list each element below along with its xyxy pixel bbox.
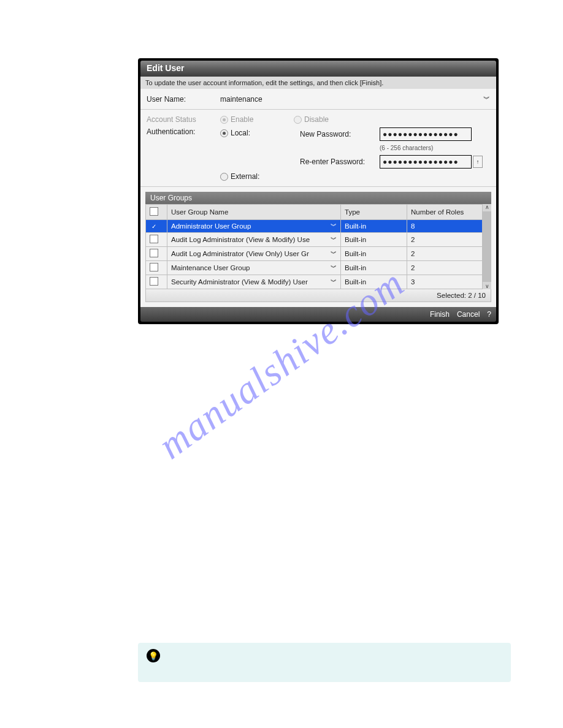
tip-callout: 💡 [138, 643, 511, 682]
row-roles: 8 [407, 220, 483, 233]
local-label: Local: [231, 129, 250, 137]
help-button[interactable]: ? [487, 310, 491, 319]
row-name: Audit Log Administrator (View & Modify) … [171, 236, 328, 243]
dialog-footer: Finish Cancel ? [140, 307, 496, 322]
edit-user-dialog: Edit User To update the user account inf… [138, 58, 499, 324]
disable-label: Disable [304, 115, 329, 124]
expand-user-section-icon[interactable]: ︾ [483, 94, 490, 104]
row-type: Built-in [341, 220, 407, 233]
row-checkbox[interactable] [150, 235, 158, 243]
user-name-label: User Name: [147, 95, 220, 104]
scroll-down-icon[interactable]: ∨ [485, 283, 489, 289]
lightbulb-icon: 💡 [147, 649, 160, 662]
reenter-password-input[interactable]: ●●●●●●●●●●●●●●● [380, 155, 472, 169]
user-groups-table: User Group Name Type Number of Roles ✓ A… [145, 204, 483, 289]
reenter-password-label: Re-enter Password: [300, 157, 380, 166]
table-row[interactable]: Maintenance User Group︾ Built-in 2 [146, 261, 483, 275]
row-type: Built-in [341, 275, 407, 289]
chevron-down-icon[interactable]: ︾ [331, 249, 337, 258]
table-row[interactable]: ✓ Administrator User Group︾ Built-in 8 [146, 220, 483, 233]
select-all-checkbox[interactable] [150, 207, 158, 216]
user-groups-title: User Groups [145, 192, 491, 204]
scroll-up-icon[interactable]: ∧ [485, 204, 489, 210]
chevron-down-icon[interactable]: ︾ [331, 235, 337, 244]
row-checkbox[interactable] [150, 277, 158, 286]
row-checkbox[interactable] [150, 263, 158, 271]
chevron-down-icon[interactable]: ︾ [331, 264, 337, 272]
row-type: Built-in [341, 233, 407, 247]
row-type: Built-in [341, 247, 407, 261]
row-name: Audit Log Administrator (View Only) User… [171, 250, 328, 257]
row-name: Maintenance User Group [171, 264, 328, 271]
authentication-external-radio[interactable] [220, 173, 228, 181]
account-status-disable-radio [294, 116, 302, 124]
dialog-instruction: To update the user account information, … [140, 77, 496, 89]
dialog-title: Edit User [140, 61, 496, 77]
table-row[interactable]: Audit Log Administrator (View & Modify) … [146, 233, 483, 247]
cancel-button[interactable]: Cancel [457, 310, 480, 319]
new-password-input[interactable]: ●●●●●●●●●●●●●●● [380, 127, 472, 141]
col-name[interactable]: User Group Name [167, 205, 341, 220]
table-row[interactable]: Security Administrator (View & Modify) U… [146, 275, 483, 289]
finish-button[interactable]: Finish [430, 310, 450, 319]
external-label: External: [231, 172, 259, 181]
password-up-icon[interactable]: ↑ [473, 156, 483, 168]
row-checkbox[interactable] [150, 249, 158, 257]
row-name: Administrator User Group [171, 222, 328, 230]
authentication-local-radio[interactable] [220, 129, 228, 137]
selection-count: Selected: 2 / 10 [145, 289, 491, 302]
chevron-down-icon[interactable]: ︾ [331, 278, 337, 286]
user-name-value: maintenance [220, 95, 294, 104]
password-hint: (6 - 256 characters) [380, 145, 483, 151]
enable-label: Enable [231, 115, 253, 124]
row-checkbox[interactable]: ✓ [150, 222, 158, 230]
col-type[interactable]: Type [341, 205, 407, 220]
row-roles: 2 [407, 233, 483, 247]
table-row[interactable]: Audit Log Administrator (View Only) User… [146, 247, 483, 261]
account-status-label: Account Status [147, 115, 220, 124]
col-roles[interactable]: Number of Roles [407, 205, 483, 220]
row-roles: 3 [407, 275, 483, 289]
row-type: Built-in [341, 261, 407, 275]
authentication-label: Authentication: [147, 127, 220, 136]
account-status-enable-radio [220, 116, 228, 124]
row-roles: 2 [407, 261, 483, 275]
row-roles: 2 [407, 247, 483, 261]
table-scrollbar[interactable]: ∧ ∨ [483, 204, 491, 289]
new-password-label: New Password: [300, 130, 380, 138]
row-name: Security Administrator (View & Modify) U… [171, 278, 328, 286]
chevron-down-icon[interactable]: ︾ [331, 222, 337, 230]
